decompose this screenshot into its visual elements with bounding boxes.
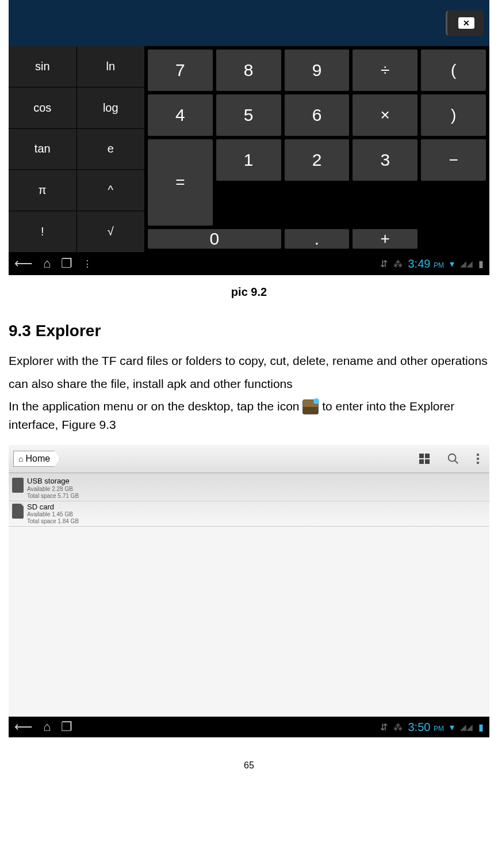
home-label: Home [25, 454, 50, 464]
num-key-3[interactable]: 3 [353, 139, 417, 181]
wifi-icon: ▾ [450, 722, 454, 733]
sci-key-![interactable]: ! [9, 211, 76, 252]
battery-icon: ▮ [478, 258, 484, 269]
explorer-screenshot: ⌂ Home USB storageAvailable 2.28 GBTotal… [9, 445, 489, 737]
grid-view-icon[interactable] [419, 454, 430, 464]
paragraph-1: Explorer with the TF card files or folde… [9, 352, 489, 370]
paragraph-3: In the application menu or on the deskto… [9, 397, 489, 433]
backspace-icon: ✕ [458, 17, 474, 29]
num-key-×[interactable]: × [353, 94, 417, 136]
num-key-−[interactable]: − [421, 139, 486, 181]
storage-text: SD cardAvailable 1.45 GBTotal space 1.84… [27, 502, 79, 526]
num-key-4[interactable]: 4 [148, 94, 213, 136]
num-key-)[interactable]: ) [421, 94, 486, 136]
num-key-+[interactable]: + [353, 229, 417, 249]
android-navbar-2: ⟵ ⌂ ❐ ⇵ ⁂ 3:50 PM ▾ ◢◢ ▮ [9, 717, 489, 737]
sci-key-sin[interactable]: sin [9, 46, 76, 87]
back-icon[interactable]: ⟵ [14, 719, 33, 734]
menu-icon[interactable]: ⋮ [83, 258, 92, 269]
sci-key-tan[interactable]: tan [9, 129, 76, 170]
clock-time: 3:49 PM [408, 257, 445, 271]
debug-icon: ⁂ [393, 258, 403, 269]
android-navbar: ⟵ ⌂ ❐ ⋮ ⇵ ⁂ 3:49 PM ▾ ◢◢ ▮ [9, 252, 489, 275]
section-heading: 9.3 Explorer [9, 322, 489, 340]
sd-card-icon [12, 504, 24, 519]
num-key-=[interactable]: = [148, 139, 213, 226]
sci-key-log[interactable]: log [77, 87, 145, 128]
search-icon[interactable] [447, 452, 459, 465]
storage-text: USB storageAvailable 2.28 GBTotal space … [27, 477, 79, 500]
figure-caption: pic 9.2 [9, 285, 489, 299]
num-key-9[interactable]: 9 [285, 50, 350, 91]
sci-key-e[interactable]: e [77, 129, 145, 170]
usb-icon: ⇵ [380, 722, 388, 733]
num-key-0[interactable]: 0 [148, 229, 281, 249]
svg-point-0 [449, 454, 456, 462]
sci-key-ln[interactable]: ln [77, 46, 145, 87]
sci-key-^[interactable]: ^ [77, 170, 145, 211]
numeric-panel: 789÷(456×)123−=0.+ [144, 46, 489, 252]
scientific-panel: sinlncoslogtaneπ^!√ [9, 46, 144, 252]
battery-icon: ▮ [478, 722, 484, 733]
backspace-button[interactable]: ✕ [446, 10, 484, 36]
overflow-menu-icon[interactable] [477, 454, 479, 464]
recent-icon[interactable]: ❐ [61, 256, 72, 271]
house-icon: ⌂ [18, 454, 23, 463]
recent-icon[interactable]: ❐ [61, 719, 72, 734]
num-key-.[interactable]: . [285, 229, 350, 249]
num-key-([interactable]: ( [421, 50, 486, 91]
num-key-8[interactable]: 8 [216, 50, 281, 91]
calculator-keypad: sinlncoslogtaneπ^!√ 789÷(456×)123−=0.+ [9, 46, 489, 252]
home-icon[interactable]: ⌂ [43, 256, 51, 271]
debug-icon: ⁂ [393, 722, 403, 733]
explorer-app-icon [302, 399, 319, 414]
num-key-5[interactable]: 5 [216, 94, 281, 136]
wifi-icon: ▾ [450, 258, 454, 269]
clock-time-2: 3:50 PM [408, 721, 445, 734]
signal-icon: ◢◢ [460, 722, 473, 732]
sci-key-π[interactable]: π [9, 170, 76, 211]
svg-line-1 [455, 460, 458, 464]
home-icon[interactable]: ⌂ [43, 719, 51, 734]
breadcrumb-home[interactable]: ⌂ Home [13, 451, 60, 467]
num-key-÷[interactable]: ÷ [353, 50, 417, 91]
sci-key-cos[interactable]: cos [9, 87, 76, 128]
num-key-1[interactable]: 1 [216, 139, 281, 181]
usb-storage-icon [12, 478, 24, 493]
calculator-screenshot: ✕ sinlncoslogtaneπ^!√ 789÷(456×)123−=0.+… [9, 0, 489, 275]
num-key-2[interactable]: 2 [285, 139, 350, 181]
page-number: 65 [9, 760, 489, 771]
signal-icon: ◢◢ [460, 259, 473, 268]
num-key-6[interactable]: 6 [285, 94, 350, 136]
calculator-display: ✕ [9, 0, 489, 46]
explorer-toolbar: ⌂ Home [9, 445, 489, 473]
usb-icon: ⇵ [380, 258, 388, 269]
explorer-list: USB storageAvailable 2.28 GBTotal space … [9, 473, 489, 717]
paragraph-2: can also share the file, install apk and… [9, 375, 489, 393]
back-icon[interactable]: ⟵ [14, 256, 33, 271]
num-key-7[interactable]: 7 [148, 50, 213, 91]
storage-item[interactable]: SD cardAvailable 1.45 GBTotal space 1.84… [9, 501, 489, 527]
storage-item[interactable]: USB storageAvailable 2.28 GBTotal space … [9, 475, 489, 501]
sci-key-√[interactable]: √ [77, 211, 145, 252]
